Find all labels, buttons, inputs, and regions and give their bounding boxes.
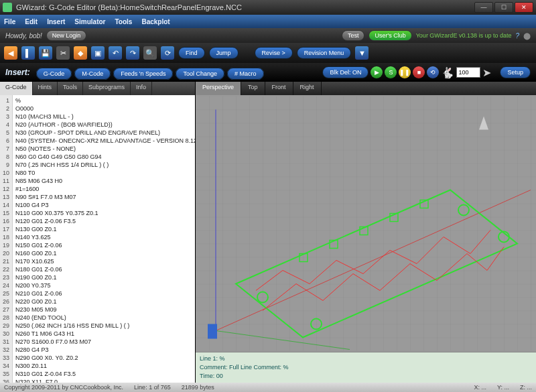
backplot-viewport[interactable]: [196, 95, 536, 352]
revise-button[interactable]: Revise >: [255, 47, 293, 59]
redo-icon[interactable]: ↷: [126, 46, 139, 60]
cut-icon[interactable]: ✂: [56, 46, 70, 60]
undo-icon[interactable]: ↶: [109, 46, 122, 60]
window-title: GWizard: G-Code Editor (Beta):HomeSwitch…: [16, 3, 474, 11]
turtle-icon: ➤: [482, 66, 491, 79]
insert-label: Insert:: [5, 68, 30, 77]
viewtab-top[interactable]: Top: [241, 82, 265, 95]
copy-icon[interactable]: ◆: [74, 46, 87, 60]
insert--macro-button[interactable]: # Macro: [227, 68, 264, 80]
app-icon: [3, 3, 12, 12]
close-button[interactable]: ✕: [515, 2, 533, 13]
insert-tool-change-button[interactable]: Tool Change: [176, 68, 224, 80]
play-icon[interactable]: ▶: [371, 66, 383, 78]
greeting: Howdy, bob!: [5, 32, 42, 40]
svg-rect-0: [196, 96, 536, 351]
step-icon[interactable]: S: [385, 66, 397, 78]
back-icon[interactable]: ◀: [4, 46, 17, 60]
menu-tools[interactable]: Tools: [115, 18, 132, 25]
coord-z: Z: ...: [520, 384, 532, 391]
menu-simulator[interactable]: Simulator: [74, 18, 105, 25]
tab-subprograms[interactable]: Subprograms: [83, 82, 131, 95]
copyright: Copyright 2009-2011 by CNCCookbook, Inc.: [4, 384, 123, 391]
coord-y: Y: ...: [497, 384, 509, 391]
paste-icon[interactable]: ▣: [91, 46, 105, 60]
tab-hints[interactable]: Hints: [33, 82, 58, 95]
help-icon[interactable]: ?: [515, 32, 519, 40]
pause-icon[interactable]: ❚❚: [399, 66, 411, 78]
stop-icon[interactable]: ■: [413, 66, 425, 78]
byte-count: 21899 bytes: [182, 384, 214, 391]
save-icon[interactable]: 💾: [39, 46, 52, 60]
code-editor[interactable]: 1234567891011121314151617181920212223242…: [0, 95, 195, 383]
tab-tools[interactable]: Tools: [58, 82, 83, 95]
insert-g-code-button[interactable]: G-Code: [36, 68, 72, 80]
menu-file[interactable]: File: [4, 18, 15, 25]
maximize-button[interactable]: ☐: [494, 2, 513, 13]
coord-x: X: ...: [474, 384, 486, 391]
menu-insert[interactable]: Insert: [47, 18, 65, 25]
info-line: Line 1: %: [200, 354, 532, 363]
rewind-icon[interactable]: ⟲: [427, 66, 439, 78]
search-icon[interactable]: 🔍: [143, 46, 157, 60]
menu-backplot[interactable]: Backplot: [141, 18, 170, 25]
viewtab-perspective[interactable]: Perspective: [196, 82, 241, 95]
file-icon[interactable]: ▌: [21, 46, 35, 60]
viewtab-front[interactable]: Front: [265, 82, 293, 95]
insert-m-code-button[interactable]: M-Code: [74, 68, 111, 80]
origin-marker-icon: [208, 324, 217, 339]
info-time: Time: 00: [200, 372, 532, 381]
update-status: Your GWizardE v0.138 is up to date: [416, 32, 512, 39]
jump-button[interactable]: Jump: [209, 47, 239, 59]
bug-icon[interactable]: ⬤: [523, 32, 531, 40]
speed-input[interactable]: [456, 67, 480, 78]
insert-feeds-n-speeds-button[interactable]: Feeds 'n Speeds: [113, 68, 173, 80]
menu-edit[interactable]: Edit: [25, 18, 38, 25]
info-comment: Comment: Full Line Comment: %: [200, 363, 532, 372]
refresh-icon[interactable]: ⟳: [161, 46, 174, 60]
blk-del-button[interactable]: Blk Del: ON: [322, 66, 368, 78]
tab-info[interactable]: Info: [131, 82, 152, 95]
tab-g-code[interactable]: G-Code: [0, 82, 33, 95]
revision-dropdown-icon[interactable]: ▼: [355, 46, 368, 60]
find-button[interactable]: Find: [178, 47, 205, 59]
setup-button[interactable]: Setup: [500, 66, 531, 78]
test-button[interactable]: Test: [342, 30, 365, 41]
minimize-button[interactable]: —: [474, 2, 493, 13]
line-count: Line: 1 of 765: [134, 384, 171, 391]
rabbit-icon: 🐇: [441, 66, 454, 79]
users-club-button[interactable]: User's Club: [368, 30, 411, 41]
revision-menu-button[interactable]: Revision Menu: [297, 47, 352, 59]
new-login-button[interactable]: New Login: [46, 30, 87, 41]
viewtab-right[interactable]: Right: [293, 82, 322, 95]
